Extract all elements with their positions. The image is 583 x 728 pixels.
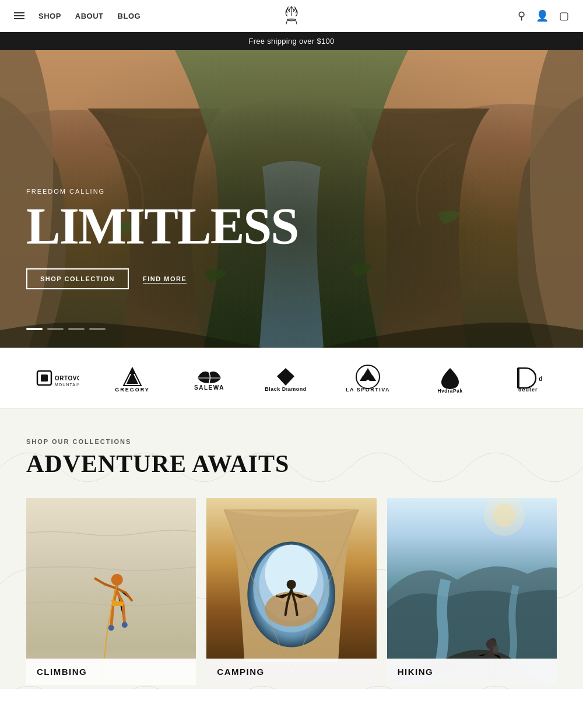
nav-shop-link[interactable]: SHOP	[38, 12, 61, 20]
black-diamond-logo: Black Diamond	[262, 364, 309, 392]
carousel-dot-3[interactable]	[68, 328, 85, 330]
svg-rect-6	[41, 374, 48, 382]
search-icon[interactable]: ⚲	[518, 9, 525, 22]
brand-la-sportiva[interactable]: LA SPORTIVA	[339, 364, 397, 392]
navbar: SHOP ABOUT BLOG ⚲ 👤 ▢	[0, 0, 583, 32]
svg-rect-25	[26, 498, 196, 685]
svg-marker-14	[277, 368, 294, 386]
svg-point-35	[287, 580, 296, 589]
hero-section: FREEDOM CALLING LIMITLESS SHOP COLLECTIO…	[0, 50, 583, 348]
climbing-image	[26, 498, 196, 685]
hamburger-menu[interactable]	[14, 12, 24, 19]
svg-point-26	[111, 574, 123, 586]
brand-gregory[interactable]: GREGORY	[109, 364, 156, 392]
hero-title: LIMITLESS	[26, 201, 298, 252]
camping-card-label: CAMPING	[206, 659, 376, 685]
hiking-image	[387, 498, 557, 685]
brand-salewa[interactable]: SALEWA	[186, 364, 233, 392]
collection-card-climbing[interactable]: CLIMBING	[26, 498, 196, 685]
salewa-logo: SALEWA	[186, 364, 233, 392]
carousel-dot-2[interactable]	[47, 328, 64, 330]
hero-subtitle: FREEDOM CALLING	[26, 188, 298, 195]
gregory-logo: GREGORY	[109, 364, 156, 392]
deuter-logo: d deuter	[507, 364, 547, 392]
collection-card-camping[interactable]: CAMPING	[206, 498, 376, 685]
nav-right: ⚲ 👤 ▢	[518, 9, 569, 22]
collections-label: SHOP OUR COLLECTIONS	[26, 438, 557, 445]
nav-blog-link[interactable]: BLOG	[118, 12, 141, 20]
svg-point-34	[265, 592, 318, 626]
svg-text:SALEWA: SALEWA	[194, 384, 224, 391]
svg-text:GREGORY: GREGORY	[115, 387, 150, 393]
hero-content: FREEDOM CALLING LIMITLESS SHOP COLLECTIO…	[26, 188, 298, 289]
promo-banner: Free shipping over $100	[0, 32, 583, 50]
brand-hydrapak[interactable]: HydraPak	[427, 364, 474, 392]
svg-text:HydraPak: HydraPak	[438, 388, 463, 393]
svg-text:d: d	[539, 375, 543, 382]
collections-section: SHOP OUR COLLECTIONS ADVENTURE AWAITS	[0, 409, 583, 689]
find-more-button[interactable]: FIND MORE	[143, 275, 187, 282]
collections-title: ADVENTURE AWAITS	[26, 450, 557, 478]
promo-text: Free shipping over $100	[248, 37, 334, 46]
brand-black-diamond[interactable]: Black Diamond	[262, 364, 309, 392]
svg-text:MOUNTAIN SAFETY: MOUNTAIN SAFETY	[55, 383, 79, 387]
brand-deuter[interactable]: d deuter	[504, 364, 550, 392]
ortovox-logo: ORTOVOX MOUNTAIN SAFETY	[33, 364, 79, 392]
user-icon[interactable]: 👤	[536, 9, 549, 22]
svg-line-2	[296, 20, 297, 24]
svg-text:ORTOVOX: ORTOVOX	[55, 375, 79, 382]
la-sportiva-logo: LA SPORTIVA	[339, 364, 397, 392]
cart-icon[interactable]: ▢	[559, 9, 569, 22]
nav-about-link[interactable]: ABOUT	[75, 12, 104, 20]
camping-image	[206, 498, 376, 685]
svg-point-27	[108, 625, 114, 631]
svg-point-28	[122, 622, 128, 628]
nav-left: SHOP ABOUT BLOG	[14, 12, 141, 20]
svg-line-1	[286, 20, 287, 24]
carousel-dot-1[interactable]	[26, 328, 43, 330]
shop-collection-button[interactable]: SHOP COLLECTION	[26, 268, 129, 289]
climbing-card-label: CLIMBING	[26, 659, 196, 685]
hero-buttons: SHOP COLLECTION FIND MORE	[26, 268, 298, 289]
hiking-card-label: HIKING	[387, 659, 557, 685]
hero-carousel-dots	[26, 328, 106, 330]
site-logo[interactable]	[281, 4, 302, 27]
svg-point-40	[492, 503, 515, 527]
brand-ortovox[interactable]: ORTOVOX MOUNTAIN SAFETY	[33, 364, 79, 392]
collection-card-hiking[interactable]: HIKING	[387, 498, 557, 685]
brands-bar: ORTOVOX MOUNTAIN SAFETY GREGORY SALE	[0, 348, 583, 409]
svg-text:deuter: deuter	[518, 387, 538, 393]
svg-text:LA SPORTIVA: LA SPORTIVA	[346, 387, 390, 393]
svg-text:Black Diamond: Black Diamond	[265, 386, 307, 392]
carousel-dot-4[interactable]	[89, 328, 106, 330]
collection-cards-grid: CLIMBING	[26, 498, 557, 685]
svg-rect-38	[492, 645, 498, 653]
hydrapak-logo: HydraPak	[429, 364, 472, 392]
